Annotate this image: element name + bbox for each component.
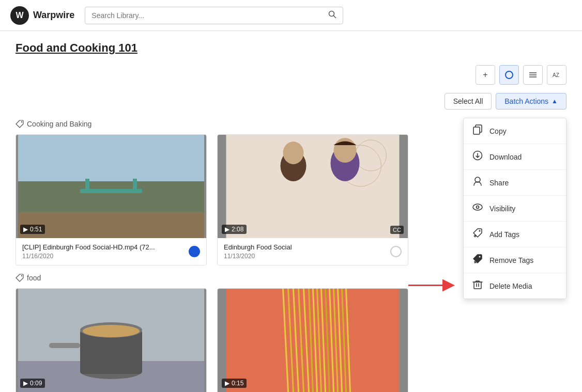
- copy-icon: [472, 124, 483, 137]
- video-thumb-v3: ▶ 0:09: [16, 289, 206, 392]
- circle-icon: [504, 70, 514, 80]
- svg-rect-28: [18, 181, 204, 212]
- svg-point-13: [477, 206, 479, 209]
- select-all-button[interactable]: Select All: [445, 93, 492, 109]
- thumb-bridge-image: [16, 135, 206, 238]
- video-select-v1[interactable]: [189, 246, 200, 257]
- svg-point-26: [21, 121, 22, 122]
- dropdown-visibility[interactable]: Visibility: [464, 196, 566, 222]
- svg-rect-22: [474, 282, 481, 289]
- logo: W Warpwire: [10, 6, 74, 25]
- dropdown-add-tags[interactable]: Add Tags: [464, 222, 566, 247]
- list-icon: [528, 70, 538, 80]
- page-title: Food and Cooking 101: [16, 41, 566, 55]
- thumb-pasta-image: [218, 289, 408, 392]
- add-tag-icon: [472, 228, 483, 241]
- video-date-v2: 11/13/2020: [224, 253, 390, 260]
- dropdown-remove-tags[interactable]: Remove Tags: [464, 247, 566, 273]
- svg-point-40: [21, 275, 22, 276]
- search-input[interactable]: [91, 11, 328, 20]
- add-tags-label: Add Tags: [489, 230, 519, 239]
- add-button[interactable]: +: [476, 65, 495, 85]
- svg-line-1: [334, 15, 336, 18]
- video-duration-v4: ▶ 0:15: [222, 379, 247, 388]
- share-icon: [472, 176, 483, 189]
- svg-rect-33: [226, 135, 400, 238]
- header: W Warpwire: [0, 0, 582, 31]
- chevron-up-icon: ▲: [552, 98, 558, 105]
- svg-point-2: [506, 71, 513, 79]
- video-grid-food: ▶ 0:09 Boiling.mp4 11/13/2020: [16, 288, 408, 392]
- trash-icon: [472, 279, 483, 292]
- dropdown-copy[interactable]: Copy: [464, 118, 566, 144]
- sort-az-button[interactable]: AZ: [547, 65, 566, 85]
- copy-label: Copy: [489, 127, 507, 135]
- video-duration-v2: ▶ 2:08: [222, 225, 247, 234]
- toolbar: + AZ: [16, 65, 566, 85]
- download-icon: [472, 150, 483, 163]
- actions-row: Select All Batch Actions ▲: [16, 93, 566, 109]
- svg-rect-31: [85, 179, 89, 192]
- batch-actions-button[interactable]: Batch Actions ▲: [496, 93, 566, 109]
- svg-rect-8: [473, 127, 480, 134]
- list-view-button[interactable]: [523, 65, 543, 85]
- svg-rect-47: [49, 343, 80, 348]
- svg-point-46: [83, 325, 140, 337]
- video-thumb-v2: ▶ 2:08 CC: [218, 135, 408, 238]
- video-grid-cooking: ▶ 0:51 [CLIP] Edinburgh Food Social-HD.m…: [16, 134, 408, 265]
- video-info-v2: Edinburgh Food Social 11/13/2020: [218, 238, 408, 265]
- video-thumb-v4: ▶ 0:15: [218, 289, 408, 392]
- video-card-v3: ▶ 0:09 Boiling.mp4 11/13/2020: [16, 288, 207, 392]
- logo-icon: W: [10, 6, 29, 25]
- video-title-v2: Edinburgh Food Social: [224, 243, 390, 251]
- video-select-v2[interactable]: [390, 246, 402, 257]
- dropdown-delete-media[interactable]: Delete Media: [464, 273, 566, 299]
- svg-text:AZ: AZ: [553, 72, 559, 78]
- svg-rect-32: [133, 179, 137, 192]
- thumb-boiling-image: [16, 289, 206, 392]
- video-meta-v2: Edinburgh Food Social 11/13/2020: [224, 243, 390, 260]
- tag-icon: [16, 120, 24, 128]
- share-label: Share: [489, 179, 509, 187]
- dropdown-download[interactable]: Download: [464, 144, 566, 170]
- search-button[interactable]: [328, 10, 336, 21]
- dropdown-share[interactable]: Share: [464, 170, 566, 196]
- tag-food-icon: [16, 274, 24, 282]
- delete-media-label: Delete Media: [489, 282, 532, 290]
- video-info-v1: [CLIP] Edinburgh Food Social-HD.mp4 (72.…: [16, 238, 206, 265]
- thumb-couple-image: [218, 135, 408, 238]
- video-thumb-v1: ▶ 0:51: [16, 135, 206, 238]
- search-bar: [85, 7, 343, 24]
- eye-icon: [472, 202, 483, 215]
- svg-point-17: [479, 256, 481, 258]
- video-card-v2: ▶ 2:08 CC Edinburgh Food Social 11/13/20…: [217, 134, 408, 265]
- video-duration-v3: ▶ 0:09: [20, 379, 45, 388]
- video-duration-v1: ▶ 0:51: [20, 225, 45, 234]
- video-date-v1: 11/16/2020: [22, 253, 189, 260]
- visibility-label: Visibility: [489, 205, 515, 213]
- video-card-v1: ▶ 0:51 [CLIP] Edinburgh Food Social-HD.m…: [16, 134, 207, 265]
- search-icon: [328, 10, 336, 19]
- remove-tag-icon: [472, 254, 483, 266]
- download-label: Download: [489, 153, 522, 161]
- az-icon: AZ: [552, 70, 561, 80]
- svg-point-12: [473, 204, 482, 210]
- remove-tags-label: Remove Tags: [489, 256, 533, 264]
- video-title-v1: [CLIP] Edinburgh Food Social-HD.mp4 (72.…: [22, 243, 189, 251]
- main-content: Food and Cooking 101 + AZ Select All Bat…: [0, 31, 582, 392]
- app-name: Warpwire: [33, 10, 74, 21]
- video-meta-v1: [CLIP] Edinburgh Food Social-HD.mp4 (72.…: [22, 243, 189, 260]
- batch-actions-dropdown: Copy Download Share: [463, 118, 566, 299]
- video-card-v4: ▶ 0:15 Making Pasta.mp4 12/2/2020: [217, 288, 408, 392]
- cooking-and-baking-label: Cooking and Baking: [27, 120, 91, 128]
- grid-view-button[interactable]: [499, 65, 519, 85]
- svg-rect-29: [18, 212, 204, 238]
- svg-point-14: [479, 230, 481, 232]
- cc-badge-v2: CC: [390, 226, 404, 234]
- food-label: food: [27, 274, 41, 282]
- svg-point-37: [283, 142, 304, 164]
- svg-rect-27: [18, 135, 204, 181]
